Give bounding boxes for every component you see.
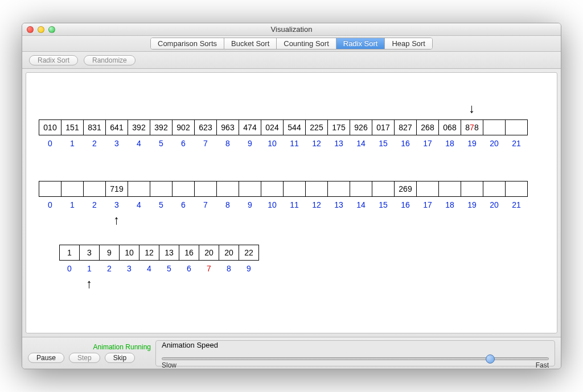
array-index: 10 — [261, 200, 284, 209]
array-index: 21 — [505, 139, 528, 148]
array-index: 8 — [216, 200, 239, 209]
visualization-canvas: ↓ 01015183164139239290262396347402454422… — [26, 72, 557, 333]
array-cell: 269 — [394, 181, 417, 197]
step-button[interactable]: Step — [69, 353, 100, 363]
array-cell: 10 — [119, 245, 139, 261]
array-cell — [461, 181, 483, 197]
array-index: 3 — [105, 139, 128, 148]
array-index: 16 — [394, 200, 417, 209]
array-cell — [128, 181, 150, 197]
array-index: 1 — [79, 264, 100, 273]
array-index: 14 — [350, 200, 372, 209]
array-cell: 20 — [199, 245, 219, 261]
array-index: 18 — [438, 139, 461, 148]
array-cell — [150, 181, 173, 197]
array-index: 0 — [39, 139, 61, 148]
skip-button[interactable]: Skip — [105, 353, 135, 363]
pause-button[interactable]: Pause — [28, 353, 64, 363]
tab-bucket-sort[interactable]: Bucket Sort — [224, 38, 277, 49]
array-index: 13 — [327, 139, 350, 148]
array-index: 18 — [438, 200, 461, 209]
count-array: 13910121316202022 0123456789 — [59, 245, 259, 273]
app-window: Visualization Comparison SortsBucket Sor… — [22, 23, 561, 369]
array-index: 9 — [239, 200, 261, 209]
array-cell — [305, 181, 328, 197]
array-cell — [372, 181, 395, 197]
array-cell: 12 — [139, 245, 159, 261]
radix-sort-button[interactable]: Radix Sort — [29, 55, 78, 65]
array-index: 6 — [172, 200, 195, 209]
array-cell — [416, 181, 439, 197]
titlebar: Visualization — [22, 23, 561, 36]
array-cell: 474 — [239, 119, 261, 135]
array-index: 3 — [105, 200, 128, 209]
pointer-arrow-up-aux: ↑ — [113, 214, 120, 226]
array-index: 2 — [83, 200, 106, 209]
array-index: 17 — [416, 139, 439, 148]
array-cell: 963 — [216, 119, 239, 135]
speed-slider[interactable] — [162, 357, 549, 360]
array-index: 20 — [483, 139, 506, 148]
array-cell: 623 — [194, 119, 217, 135]
array-index: 13 — [327, 200, 350, 209]
array-cell — [505, 181, 528, 197]
array-index: 9 — [239, 139, 261, 148]
tab-bar: Comparison SortsBucket SortCounting Sort… — [22, 36, 561, 52]
array-index: 17 — [416, 200, 439, 209]
array-index: 16 — [394, 139, 417, 148]
array-cell: 024 — [261, 119, 284, 135]
array-cell: 175 — [327, 119, 350, 135]
array-index: 6 — [179, 264, 199, 273]
array-cell — [438, 181, 461, 197]
array-index: 1 — [61, 200, 84, 209]
array-cell: 068 — [438, 119, 461, 135]
tab-comparison-sorts[interactable]: Comparison Sorts — [151, 38, 224, 49]
speed-legend: Animation Speed — [162, 341, 549, 349]
array-cell: 878 — [461, 119, 483, 135]
input-array: 0101518316413923929026239634740245442251… — [39, 119, 528, 148]
array-cell: 151 — [61, 119, 84, 135]
array-index: 2 — [99, 264, 120, 273]
array-cell: 22 — [239, 245, 259, 261]
array-index: 5 — [159, 264, 179, 273]
array-index: 0 — [39, 200, 61, 209]
array-index: 7 — [199, 264, 219, 273]
bottom-bar: Animation Running Pause Step Skip Animat… — [22, 337, 561, 369]
array-cell: 268 — [416, 119, 439, 135]
array-index: 21 — [505, 200, 528, 209]
array-cell: 16 — [179, 245, 199, 261]
array-cell: 926 — [350, 119, 372, 135]
array-index: 1 — [61, 139, 84, 148]
array-cell: 1 — [59, 245, 80, 261]
slider-thumb[interactable] — [486, 354, 495, 364]
array-index: 8 — [216, 139, 239, 148]
tab-heap-sort[interactable]: Heap Sort — [385, 38, 432, 49]
array-index: 10 — [261, 139, 284, 148]
pointer-arrow-down: ↓ — [469, 102, 475, 115]
tab-counting-sort[interactable]: Counting Sort — [277, 38, 336, 49]
array-cell: 3 — [79, 245, 100, 261]
array-index: 3 — [119, 264, 139, 273]
array-cell: 641 — [105, 119, 128, 135]
array-index: 7 — [194, 200, 217, 209]
array-cell: 392 — [128, 119, 150, 135]
array-index: 20 — [483, 200, 506, 209]
tab-radix-sort[interactable]: Radix Sort — [336, 38, 385, 49]
array-index: 15 — [372, 139, 395, 148]
window-title: Visualization — [22, 25, 561, 34]
array-cell: 827 — [394, 119, 417, 135]
array-cell: 017 — [372, 119, 395, 135]
array-index: 12 — [305, 139, 328, 148]
array-cell — [350, 181, 372, 197]
randomize-button[interactable]: Randomize — [84, 55, 136, 65]
array-cell — [83, 181, 106, 197]
array-index: 19 — [461, 200, 483, 209]
array-cell: 225 — [305, 119, 328, 135]
array-index: 0 — [59, 264, 80, 273]
array-index: 14 — [350, 139, 372, 148]
animation-speed-group: Animation Speed Slow Fast — [155, 340, 555, 366]
array-index: 5 — [150, 200, 173, 209]
array-cell: 392 — [150, 119, 173, 135]
array-cell — [483, 181, 506, 197]
array-cell — [39, 181, 61, 197]
